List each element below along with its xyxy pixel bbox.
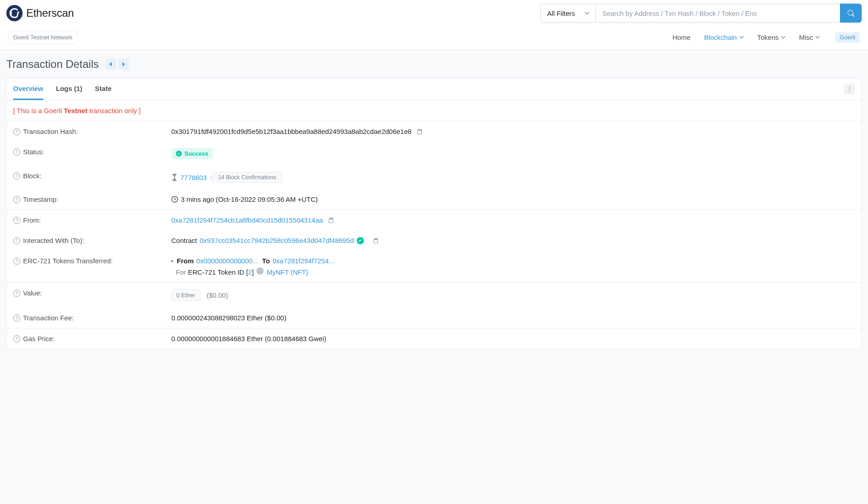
verified-icon — [357, 237, 364, 244]
status-badge: Success — [171, 148, 213, 159]
row-erc721: ?ERC-721 Tokens Transferred: ▸ From 0x00… — [7, 251, 861, 282]
notice-prefix: [ This is a Goerli — [13, 107, 64, 114]
search-input[interactable] — [596, 4, 840, 23]
value-hash: 0x301791fdf492001fcd9d5e5b12f3aa1bbbea9a… — [171, 128, 411, 135]
top-header: Etherscan All Filters Goerli Testnet Net… — [0, 0, 868, 50]
tt-from-label: From — [177, 257, 194, 265]
kebab-icon: ⋮ — [846, 86, 853, 93]
tt-from-link[interactable]: 0x0000000000000… — [197, 257, 259, 265]
copy-icon[interactable] — [417, 128, 423, 135]
filter-label: All Filters — [547, 10, 575, 17]
filter-dropdown[interactable]: All Filters — [540, 4, 596, 23]
tt-to-link[interactable]: 0xa7281f294f7254… — [273, 257, 335, 265]
row-timestamp: ?Timestamp: 3 mins ago (Oct-16-2022 09:0… — [7, 189, 861, 209]
help-icon[interactable]: ? — [13, 290, 20, 297]
search-area: All Filters — [540, 4, 862, 23]
logo-icon — [6, 5, 23, 21]
logo-text: Etherscan — [26, 7, 74, 19]
notice-suffix: transaction only ] — [88, 107, 141, 114]
label-from: From: — [23, 216, 41, 224]
row-hash: ?Transaction Hash: 0x301791fdf492001fcd9… — [7, 121, 861, 142]
prev-txn-button[interactable] — [105, 59, 116, 70]
help-icon[interactable]: ? — [13, 335, 20, 342]
tt-erc: ERC-721 Token ID [ — [188, 268, 248, 276]
tab-state[interactable]: State — [95, 78, 112, 100]
status-text: Success — [184, 150, 208, 157]
chevron-right-icon — [122, 62, 125, 67]
network-badge: Goerli Testnet Network — [8, 31, 77, 44]
tt-close: ] — [252, 268, 254, 276]
tt-for: For — [176, 268, 186, 276]
tab-logs[interactable]: Logs (1) — [56, 78, 82, 100]
testnet-notice: [ This is a Goerli Testnet transaction o… — [7, 100, 861, 121]
caret-icon: ▸ — [171, 258, 174, 264]
header-top-row: Etherscan All Filters — [0, 0, 868, 26]
to-prefix: Contract — [171, 237, 197, 244]
value-gas: 0.000000000001884683 Ether (0.001884683 … — [171, 335, 326, 342]
next-txn-button[interactable] — [118, 59, 129, 70]
from-address-link[interactable]: 0xa7281f294f7254cb1a8fbd40cd15d015504314… — [171, 216, 323, 224]
logo[interactable]: Etherscan — [6, 5, 74, 21]
value-fee: 0.000000243088298023 Ether ($0.00) — [171, 314, 286, 322]
tabs-list: Overview Logs (1) State — [13, 78, 112, 100]
nav-tokens[interactable]: Tokens — [757, 33, 786, 41]
row-status: ?Status: Success — [7, 142, 861, 166]
help-icon[interactable]: ? — [13, 217, 20, 224]
nav-blockchain-label: Blockchain — [704, 33, 737, 41]
chevron-down-icon — [816, 35, 820, 39]
search-button[interactable] — [840, 4, 862, 23]
confirmations-badge: 14 Block Confirmations — [212, 172, 282, 183]
token-icon — [256, 267, 264, 275]
nav-tokens-label: Tokens — [757, 33, 779, 41]
help-icon[interactable]: ? — [13, 172, 20, 180]
label-gas: Gas Price: — [23, 335, 55, 342]
nav-misc[interactable]: Misc — [799, 33, 820, 41]
tt-to-label: To — [262, 257, 270, 265]
value-timestamp: 3 mins ago (Oct-16-2022 09:05:36 AM +UTC… — [181, 195, 318, 203]
label-value: Value: — [23, 289, 42, 297]
clock-icon — [171, 196, 178, 203]
nav-blockchain[interactable]: Blockchain — [704, 33, 744, 41]
help-icon[interactable]: ? — [13, 257, 20, 265]
tab-overview[interactable]: Overview — [13, 78, 43, 100]
chevron-down-icon — [781, 35, 785, 39]
label-block: Block: — [23, 172, 42, 180]
label-status: Status: — [23, 148, 44, 156]
chevron-left-icon — [109, 62, 113, 67]
help-icon[interactable]: ? — [13, 314, 20, 322]
check-circle-icon — [176, 151, 182, 157]
label-to: Interacted With (To): — [23, 237, 84, 244]
txn-card: Overview Logs (1) State ⋮ [ This is a Go… — [6, 78, 862, 349]
help-icon[interactable]: ? — [13, 196, 20, 203]
block-link[interactable]: 7778603 — [180, 174, 207, 181]
txn-nav-buttons — [105, 59, 129, 70]
row-from: ?From: 0xa7281f294f7254cb1a8fbd40cd15d01… — [7, 210, 861, 230]
hourglass-icon — [171, 174, 178, 181]
row-value: ?Value: 0 Ether ($0.00) — [7, 283, 861, 308]
nav-misc-label: Misc — [799, 33, 813, 41]
tt-token-link[interactable]: MyNFT (NFT) — [267, 268, 308, 276]
value-usd: ($0.00) — [207, 291, 228, 299]
more-menu-button[interactable]: ⋮ — [844, 84, 855, 95]
help-icon[interactable]: ? — [13, 128, 20, 135]
label-erc721: ERC-721 Tokens Transferred: — [23, 257, 113, 265]
copy-icon[interactable] — [328, 217, 335, 223]
help-icon[interactable]: ? — [13, 237, 20, 244]
to-address-link[interactable]: 0x937cc03541cc7942b258c0596e43d047df4869… — [200, 237, 354, 244]
tabs: Overview Logs (1) State ⋮ — [7, 78, 861, 100]
help-icon[interactable]: ? — [13, 148, 20, 156]
row-gas: ?Gas Price: 0.000000000001884683 Ether (… — [7, 328, 861, 349]
chevron-down-icon — [740, 35, 744, 39]
page-head: Transaction Details — [0, 50, 868, 78]
label-fee: Transaction Fee: — [23, 314, 74, 322]
page-title: Transaction Details — [6, 58, 99, 71]
copy-icon[interactable] — [373, 238, 379, 244]
notice-bold: Testnet — [64, 107, 87, 114]
row-to: ?Interacted With (To): Contract 0x937cc0… — [7, 230, 861, 251]
label-hash: Transaction Hash: — [23, 128, 78, 135]
main-nav: Home Blockchain Tokens Misc Goerli — [672, 32, 860, 43]
network-pill[interactable]: Goerli — [835, 32, 860, 43]
tt-id-link[interactable]: 2 — [248, 268, 252, 276]
nav-home[interactable]: Home — [672, 33, 690, 41]
header-bottom-row: Goerli Testnet Network Home Blockchain T… — [0, 26, 868, 49]
